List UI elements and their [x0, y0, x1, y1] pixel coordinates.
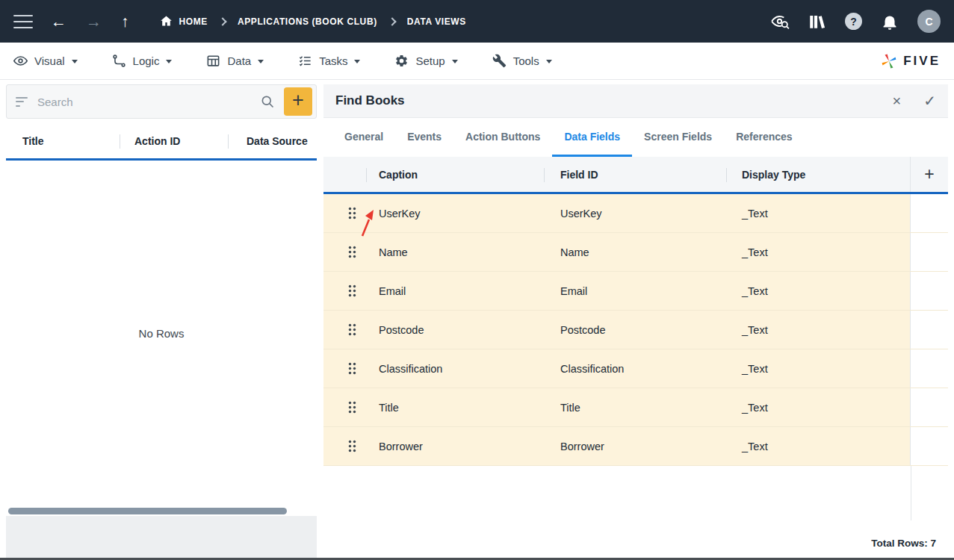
menubar: Visual Logic Data Tasks Setup Tools	[0, 43, 954, 80]
cell-display-type: _Text	[742, 402, 910, 414]
breadcrumb: HOME APPLICATIONS (BOOK CLUB) DATA VIEWS	[159, 14, 466, 28]
search-bar: +	[6, 84, 317, 119]
filter-icon	[16, 97, 28, 107]
menu-setup[interactable]: Setup	[394, 54, 457, 68]
menu-tools[interactable]: Tools	[492, 54, 552, 68]
topbar: ← → ↑ HOME APPLICATIONS (BOOK CLUB) DATA…	[0, 0, 954, 43]
menu-tasks[interactable]: Tasks	[298, 54, 360, 68]
list-empty-state: No Rows	[6, 161, 317, 505]
cell-field-id: Title	[560, 402, 742, 414]
cell-caption: Borrower	[379, 441, 560, 452]
total-rows-label: Total Rows: 7	[871, 538, 936, 549]
detail-tabs: General Events Action Buttons Data Field…	[323, 118, 948, 157]
search-input[interactable]	[37, 96, 251, 108]
cell-display-type: _Text	[742, 208, 910, 220]
row-end-cell	[910, 427, 948, 465]
menu-visual[interactable]: Visual	[13, 54, 78, 68]
eye-icon	[13, 54, 28, 68]
drag-handle-icon[interactable]	[323, 194, 379, 232]
cell-display-type: _Text	[742, 285, 910, 297]
add-data-view-button[interactable]: +	[284, 87, 312, 116]
five-logo-icon	[880, 52, 898, 70]
hamburger-menu-icon[interactable]	[13, 15, 33, 28]
table-row[interactable]: Name Name _Text	[323, 233, 948, 272]
find-books-detail-panel: Find Books × ✓ General Events Action But…	[323, 84, 948, 558]
menu-label: Visual	[34, 55, 65, 67]
topbar-actions: ? C	[770, 10, 941, 33]
confirm-icon[interactable]: ✓	[923, 93, 936, 108]
horizontal-scrollbar[interactable]	[6, 505, 317, 516]
home-icon	[159, 14, 173, 28]
back-icon[interactable]: ←	[51, 13, 66, 29]
menu-logic[interactable]: Logic	[112, 54, 173, 68]
page-title: Find Books	[335, 93, 870, 108]
drag-handle-icon[interactable]	[323, 349, 379, 388]
fields-table-body: UserKey UserKey _Text Name Name _Text Em…	[323, 194, 948, 466]
bell-icon[interactable]	[880, 12, 899, 31]
tab-references[interactable]: References	[724, 118, 805, 157]
logic-branch-icon	[112, 54, 126, 68]
column-divider	[366, 168, 367, 182]
breadcrumb-home[interactable]: HOME	[179, 16, 208, 27]
help-icon[interactable]: ?	[845, 13, 862, 30]
caret-down-icon	[452, 60, 458, 63]
panel-footer-area	[6, 516, 317, 558]
tab-events[interactable]: Events	[395, 118, 453, 157]
cell-display-type: _Text	[742, 441, 910, 452]
table-row[interactable]: Email Email _Text	[323, 272, 948, 311]
breadcrumb-applications[interactable]: APPLICATIONS (BOOK CLUB)	[238, 16, 377, 27]
avatar[interactable]: C	[917, 10, 941, 33]
no-rows-text: No Rows	[139, 327, 185, 340]
menu-label: Setup	[415, 55, 445, 67]
row-end-cell	[910, 311, 948, 349]
menu-label: Logic	[133, 55, 160, 67]
cell-caption: Postcode	[379, 324, 560, 336]
drag-handle-icon[interactable]	[323, 233, 379, 271]
caret-down-icon	[72, 60, 78, 63]
close-icon[interactable]: ×	[893, 93, 902, 108]
cell-field-id: UserKey	[560, 208, 742, 220]
five-logo: FIVE	[880, 52, 941, 70]
five-logo-text: FIVE	[903, 54, 941, 69]
cell-caption: Email	[379, 285, 560, 297]
table-row[interactable]: UserKey UserKey _Text	[323, 194, 948, 233]
preview-icon[interactable]	[770, 12, 790, 31]
fields-table-header: Caption Field ID Display Type +	[323, 157, 948, 194]
detail-header: Find Books × ✓	[323, 84, 948, 118]
table-row[interactable]: Postcode Postcode _Text	[323, 311, 948, 349]
table-row[interactable]: Classification Classification _Text	[323, 349, 948, 388]
tab-data-fields[interactable]: Data Fields	[552, 118, 632, 157]
column-header-title: Title	[6, 135, 118, 147]
drag-handle-icon[interactable]	[323, 272, 379, 310]
tab-action-buttons[interactable]: Action Buttons	[453, 118, 552, 157]
table-grid-icon	[206, 54, 220, 68]
caret-down-icon	[546, 60, 552, 63]
cell-field-id: Name	[560, 246, 742, 258]
column-header-display-type: Display Type	[742, 169, 910, 181]
add-field-button[interactable]: +	[910, 157, 948, 192]
column-header-caption: Caption	[379, 169, 560, 181]
tab-screen-fields[interactable]: Screen Fields	[632, 118, 724, 157]
app-window: ← → ↑ HOME APPLICATIONS (BOOK CLUB) DATA…	[0, 0, 954, 560]
chevron-right-icon	[388, 17, 396, 25]
drag-handle-icon[interactable]	[323, 388, 379, 426]
menu-label: Data	[227, 55, 251, 67]
caret-down-icon	[166, 60, 172, 63]
wrench-icon	[492, 54, 507, 68]
breadcrumb-data-views[interactable]: DATA VIEWS	[407, 16, 466, 27]
library-icon[interactable]	[808, 12, 827, 31]
row-end-cell	[910, 388, 948, 426]
list-column-headers: Title Action ID Data Source	[6, 123, 317, 161]
menu-data[interactable]: Data	[206, 54, 264, 68]
chevron-right-icon	[218, 17, 226, 25]
scrollbar-thumb[interactable]	[8, 508, 287, 514]
forward-icon[interactable]: →	[86, 13, 102, 29]
drag-handle-icon[interactable]	[323, 427, 379, 465]
table-row[interactable]: Borrower Borrower _Text	[323, 427, 948, 466]
cell-field-id: Classification	[560, 363, 742, 375]
table-row[interactable]: Title Title _Text	[323, 388, 948, 427]
tab-general[interactable]: General	[332, 118, 395, 157]
drag-handle-icon[interactable]	[323, 311, 379, 349]
up-icon[interactable]: ↑	[121, 13, 129, 29]
column-divider	[120, 134, 120, 149]
